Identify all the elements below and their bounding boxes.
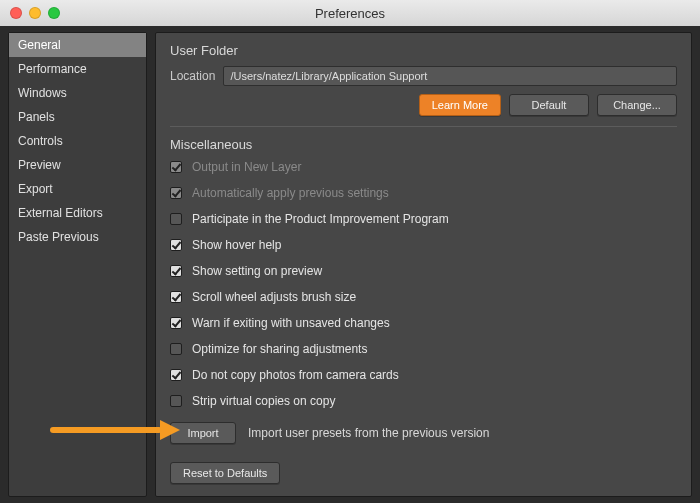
misc-option: Output in New Layer (170, 160, 677, 174)
location-label: Location (170, 69, 215, 83)
sidebar-item-label: Preview (18, 158, 61, 172)
misc-option[interactable]: Scroll wheel adjusts brush size (170, 290, 677, 304)
sidebar-item-windows[interactable]: Windows (9, 81, 146, 105)
sidebar-item-controls[interactable]: Controls (9, 129, 146, 153)
learn-more-button[interactable]: Learn More (419, 94, 501, 116)
misc-option-label: Do not copy photos from camera cards (192, 368, 399, 382)
window-titlebar: Preferences (0, 0, 700, 26)
sidebar-item-label: Controls (18, 134, 63, 148)
misc-option[interactable]: Show hover help (170, 238, 677, 252)
reset-defaults-button[interactable]: Reset to Defaults (170, 462, 280, 484)
sidebar-item-label: General (18, 38, 61, 52)
checkbox[interactable] (170, 395, 182, 407)
location-input[interactable] (223, 66, 677, 86)
checkbox[interactable] (170, 369, 182, 381)
misc-option-label: Output in New Layer (192, 160, 301, 174)
sidebar-item-preview[interactable]: Preview (9, 153, 146, 177)
misc-option-label: Optimize for sharing adjustments (192, 342, 367, 356)
misc-option[interactable]: Do not copy photos from camera cards (170, 368, 677, 382)
checkbox (170, 161, 182, 173)
misc-option[interactable]: Warn if exiting with unsaved changes (170, 316, 677, 330)
preferences-sidebar: General Performance Windows Panels Contr… (8, 32, 147, 497)
sidebar-item-general[interactable]: General (9, 33, 146, 57)
misc-options-list: Output in New LayerAutomatically apply p… (170, 160, 677, 408)
checkbox[interactable] (170, 265, 182, 277)
change-button[interactable]: Change... (597, 94, 677, 116)
checkbox[interactable] (170, 317, 182, 329)
misc-option[interactable]: Show setting on preview (170, 264, 677, 278)
sidebar-item-performance[interactable]: Performance (9, 57, 146, 81)
sidebar-item-panels[interactable]: Panels (9, 105, 146, 129)
divider (170, 126, 677, 127)
misc-option: Automatically apply previous settings (170, 186, 677, 200)
section-heading-user-folder: User Folder (170, 43, 677, 58)
section-heading-misc: Miscellaneous (170, 137, 677, 152)
sidebar-item-export[interactable]: Export (9, 177, 146, 201)
misc-option-label: Strip virtual copies on copy (192, 394, 335, 408)
window-title: Preferences (0, 6, 700, 21)
checkbox[interactable] (170, 239, 182, 251)
sidebar-item-label: Export (18, 182, 53, 196)
misc-option-label: Scroll wheel adjusts brush size (192, 290, 356, 304)
misc-option[interactable]: Optimize for sharing adjustments (170, 342, 677, 356)
sidebar-item-label: Performance (18, 62, 87, 76)
sidebar-item-external-editors[interactable]: External Editors (9, 201, 146, 225)
sidebar-item-paste-previous[interactable]: Paste Previous (9, 225, 146, 249)
preferences-panel-general: User Folder Location Learn More Default … (155, 32, 692, 497)
checkbox (170, 187, 182, 199)
misc-option-label: Automatically apply previous settings (192, 186, 389, 200)
import-button[interactable]: Import (170, 422, 236, 444)
sidebar-item-label: Panels (18, 110, 55, 124)
misc-option-label: Participate in the Product Improvement P… (192, 212, 449, 226)
misc-option-label: Warn if exiting with unsaved changes (192, 316, 390, 330)
misc-option[interactable]: Strip virtual copies on copy (170, 394, 677, 408)
checkbox[interactable] (170, 291, 182, 303)
import-hint: Import user presets from the previous ve… (248, 426, 489, 440)
sidebar-item-label: Paste Previous (18, 230, 99, 244)
misc-option-label: Show setting on preview (192, 264, 322, 278)
misc-option-label: Show hover help (192, 238, 281, 252)
sidebar-item-label: Windows (18, 86, 67, 100)
checkbox[interactable] (170, 343, 182, 355)
misc-option[interactable]: Participate in the Product Improvement P… (170, 212, 677, 226)
checkbox[interactable] (170, 213, 182, 225)
default-button[interactable]: Default (509, 94, 589, 116)
sidebar-item-label: External Editors (18, 206, 103, 220)
